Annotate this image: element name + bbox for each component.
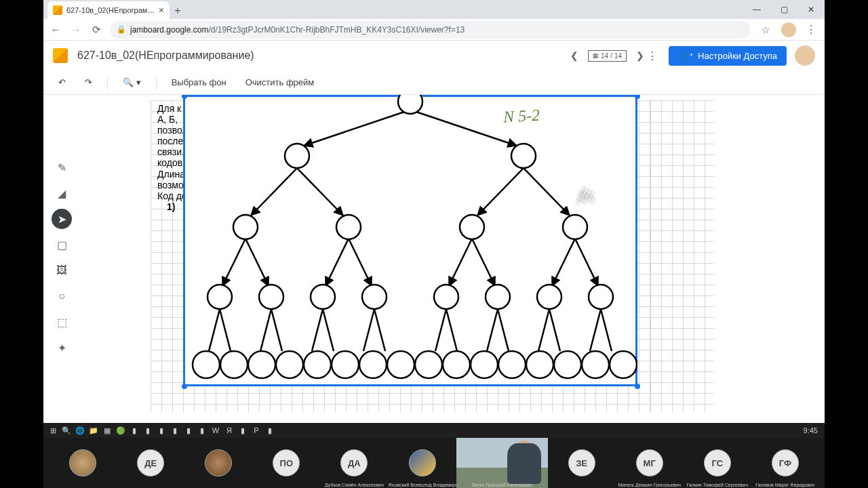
clock[interactable]: 9:45	[804, 426, 822, 434]
participant-name: Яновский Всеволод Владимирович	[388, 483, 456, 487]
participant-avatar: ДА	[340, 449, 368, 476]
browser-tab[interactable]: 627-10в_02(НЕпрограммирован ×	[47, 1, 170, 19]
pen-tool[interactable]: ✎	[52, 157, 72, 178]
participant[interactable]	[184, 438, 252, 488]
share-button[interactable]: 👤⁺ Настройки Доступа	[669, 46, 787, 66]
jamboard-logo[interactable]	[53, 48, 68, 63]
close-tab-icon[interactable]: ×	[159, 5, 164, 16]
app-icon[interactable]: ▮	[168, 424, 182, 436]
next-frame-button[interactable]: ❯	[636, 50, 644, 61]
browser-window: 627-10в_02(НЕпрограммирован × + — ▢ ✕ ← …	[43, 0, 825, 423]
minimize-button[interactable]: —	[743, 0, 770, 19]
video-tile	[456, 438, 548, 488]
participant[interactable]	[49, 438, 117, 488]
url-field[interactable]: 🔒 jamboard.google.com/d/19Rz3gtPJcrM0nK1…	[110, 21, 751, 39]
participant-avatar	[69, 449, 96, 476]
participant-avatar	[409, 449, 436, 476]
powerpoint-icon[interactable]: P	[250, 424, 263, 436]
participant-name: Дубков Семён Алексеевич	[325, 483, 384, 487]
explorer-icon[interactable]: 📁	[87, 424, 100, 436]
participant[interactable]: ДЕ	[117, 438, 184, 488]
zoom-button[interactable]: 🔍 ▾	[117, 75, 146, 90]
laser-tool[interactable]: ✦	[52, 338, 72, 358]
participant-avatar: ПО	[273, 449, 300, 476]
jamboard-favicon	[53, 5, 62, 15]
conference-bar: ДЕПОДАДубков Семён АлексеевичЯновский Вс…	[43, 438, 825, 488]
app-icon[interactable]: ▮	[141, 424, 155, 436]
selected-object[interactable]	[183, 95, 637, 386]
frame-counter[interactable]: 14/14	[588, 50, 627, 62]
back-button[interactable]: ←	[49, 24, 62, 35]
header-right: ⋮ 👤⁺ Настройки Доступа	[644, 45, 815, 66]
shape-tool[interactable]: ○	[52, 286, 72, 306]
participant-name: Галкин Тимофей Сергеевич	[687, 483, 749, 487]
tab-title: 627-10в_02(НЕпрограммирован	[66, 6, 156, 14]
action-toolbar: ↶ ↷ 🔍 ▾ Выбрать фон Очистить фрейм	[43, 70, 825, 95]
participant[interactable]: ДАДубков Семён Алексеевич	[320, 438, 388, 488]
clear-frame-button[interactable]: Очистить фрейм	[240, 75, 320, 90]
resize-handle[interactable]	[635, 95, 640, 99]
app-icon[interactable]: ▮	[195, 424, 209, 436]
participant[interactable]: Яновский Всеволод Владимирович	[388, 438, 456, 488]
person-add-icon: 👤⁺	[678, 51, 694, 61]
prev-frame-button[interactable]: ❮	[570, 50, 578, 61]
search-icon[interactable]: 🔍	[60, 424, 73, 436]
reload-button[interactable]: ⟳	[90, 24, 103, 36]
background-button[interactable]: Выбрать фон	[166, 75, 232, 90]
resize-handle[interactable]	[635, 384, 640, 389]
account-avatar[interactable]	[795, 45, 815, 66]
handwritten-annotation: N 5‑2	[502, 106, 540, 127]
side-toolbar: ✎ ◢ ➤ ▢ 🖼 ○ ⬚ ✦	[52, 157, 72, 358]
app-icon[interactable]: ▮	[182, 424, 195, 436]
participant-avatar: ГС	[704, 449, 731, 476]
windows-taskbar[interactable]: ⊞ 🔍 🌐 📁 ▦ 🟢 ▮ ▮ ▮ ▮ ▮ ▮ W Я ▮ P ▮ 9:45	[43, 423, 825, 438]
sticky-note-tool[interactable]: ▢	[52, 235, 72, 255]
undo-button[interactable]: ↶	[53, 75, 71, 90]
redo-button[interactable]: ↷	[79, 75, 98, 90]
window-controls: — ▢ ✕	[743, 0, 825, 19]
canvas-area[interactable]: ✎ ◢ ➤ ▢ 🖼 ○ ⬚ ✦ Для к А, Б, позвол после…	[43, 95, 825, 423]
text-box-tool[interactable]: ⬚	[52, 312, 72, 332]
eraser-tool[interactable]: ◢	[52, 183, 72, 203]
participant-avatar: ГФ	[772, 449, 799, 476]
app-icon[interactable]: ▦	[100, 424, 114, 436]
profile-avatar[interactable]	[781, 22, 796, 37]
canvas-grid-right	[650, 100, 714, 412]
lock-icon: 🔒	[117, 25, 126, 34]
new-tab-button[interactable]: +	[170, 3, 186, 19]
bookmark-icon[interactable]: ☆	[762, 24, 770, 35]
document-title[interactable]: 627-10в_02(НЕпрограммирование)	[77, 49, 570, 62]
participant-avatar: ДЕ	[137, 449, 164, 476]
participant[interactable]: ГСГалкин Тимофей Сергеевич	[684, 438, 751, 488]
browser-menu-icon[interactable]: ⋮	[803, 23, 819, 36]
close-window-button[interactable]: ✕	[797, 0, 825, 19]
participant-name: Залит Григорий Евгеньевич	[471, 483, 532, 487]
participant[interactable]: ПО	[252, 438, 320, 488]
participant-avatar	[205, 449, 232, 476]
word-icon[interactable]: W	[209, 424, 222, 436]
edge-icon[interactable]: 🌐	[73, 424, 87, 436]
pdf-icon[interactable]: ▮	[263, 424, 277, 436]
participant[interactable]: Залит Григорий Евгеньевич	[456, 438, 548, 488]
participant[interactable]: ЗЕ	[548, 438, 616, 488]
chrome-icon[interactable]: 🟢	[114, 424, 127, 436]
app-icon[interactable]: ▮	[155, 424, 168, 436]
maximize-button[interactable]: ▢	[770, 0, 797, 19]
url-host: jamboard.google.com	[130, 25, 208, 35]
participant-name: Мигель Демьян Григорьевич	[618, 483, 681, 487]
image-tool[interactable]: 🖼	[52, 260, 72, 281]
app-icon[interactable]: ▮	[127, 424, 141, 436]
start-button[interactable]: ⊞	[46, 424, 60, 436]
participant[interactable]: ГФГалявов Марат Фаридович	[751, 438, 819, 488]
resize-handle[interactable]	[182, 384, 187, 389]
app-header: 627-10в_02(НЕпрограммирование) ❮ 14/14 ❯…	[43, 41, 825, 70]
app-icon[interactable]: ▮	[236, 424, 250, 436]
forward-button[interactable]: →	[69, 24, 83, 35]
participant-name: Галявов Марат Фаридович	[755, 483, 814, 487]
more-options-icon[interactable]: ⋮	[644, 49, 660, 62]
yandex-icon[interactable]: Я	[222, 424, 236, 436]
participant[interactable]: МГМигель Демьян Григорьевич	[616, 438, 684, 488]
select-tool[interactable]: ➤	[52, 209, 72, 229]
participant-avatar: МГ	[636, 449, 663, 476]
url-path: /d/19Rz3gtPJcrM0nK1Chr-RijbBhFJTmHB_KK4Y…	[208, 25, 465, 35]
